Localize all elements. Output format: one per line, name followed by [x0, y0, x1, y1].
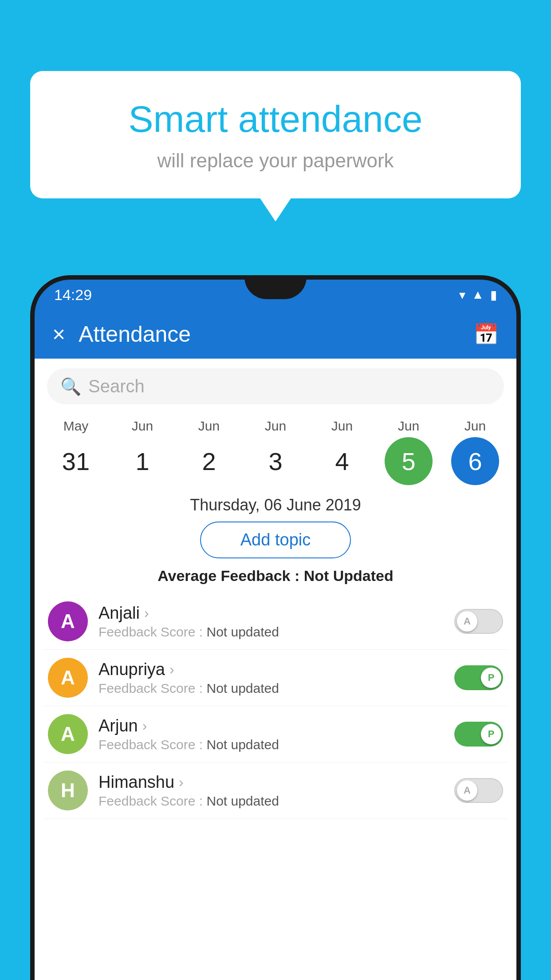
cal-date-label: 5 — [385, 437, 433, 485]
toggle-knob: P — [481, 668, 501, 688]
attendance-toggle[interactable]: P — [454, 722, 503, 747]
cal-month-label: Jun — [464, 419, 486, 434]
student-item[interactable]: AAnjali ›Feedback Score : Not updatedA — [43, 593, 508, 650]
search-placeholder: Search — [88, 376, 145, 396]
student-name: Himanshu › — [98, 773, 444, 792]
chevron-icon: › — [144, 605, 149, 621]
chevron-icon: › — [179, 774, 184, 790]
phone-inner: 14:29 ▾ ▲ ▮ × Attendance 📅 🔍 Search — [35, 280, 516, 980]
cal-month-label: Jun — [198, 419, 220, 434]
calendar-day[interactable]: Jun6 — [446, 419, 504, 485]
avatar: A — [48, 658, 88, 698]
feedback-score: Feedback Score : Not updated — [98, 624, 444, 640]
add-topic-button[interactable]: Add topic — [200, 522, 351, 558]
student-item[interactable]: AAnupriya ›Feedback Score : Not updatedP — [43, 650, 508, 706]
toggle-container[interactable]: A — [454, 778, 503, 803]
feedback-score: Feedback Score : Not updated — [98, 737, 444, 752]
cal-date-label: 1 — [118, 437, 166, 485]
signal-icon: ▲ — [472, 288, 484, 302]
cal-month-label: Jun — [265, 419, 286, 434]
avg-feedback-value: Not Updated — [304, 567, 394, 584]
student-name: Arjun › — [98, 716, 444, 735]
toggle-knob: A — [457, 780, 477, 801]
calendar-icon[interactable]: 📅 — [473, 322, 499, 346]
status-time: 14:29 — [54, 286, 92, 304]
cal-month-label: May — [63, 419, 89, 434]
toggle-container[interactable]: P — [454, 722, 503, 747]
calendar-strip: May31Jun1Jun2Jun3Jun4Jun5Jun6 — [35, 414, 516, 485]
avatar: H — [48, 771, 88, 810]
selected-date-label: Thursday, 06 June 2019 — [35, 485, 516, 522]
search-bar[interactable]: 🔍 Search — [47, 368, 504, 404]
speech-bubble: Smart attendance will replace your paper… — [30, 71, 521, 198]
student-list: AAnjali ›Feedback Score : Not updatedAAA… — [35, 593, 516, 819]
app-header: × Attendance 📅 — [35, 310, 516, 359]
toggle-knob: P — [481, 724, 501, 744]
calendar-day[interactable]: Jun5 — [380, 419, 437, 485]
cal-date-label: 6 — [451, 437, 499, 485]
speech-bubble-subtitle: will replace your paperwork — [57, 150, 494, 172]
student-info: Himanshu ›Feedback Score : Not updated — [98, 773, 444, 809]
cal-month-label: Jun — [132, 419, 153, 434]
close-button[interactable]: × — [52, 321, 65, 347]
app-title: Attendance — [79, 321, 191, 347]
calendar-day[interactable]: Jun1 — [114, 419, 171, 485]
attendance-toggle[interactable]: A — [454, 778, 503, 803]
cal-date-label: 2 — [185, 437, 233, 485]
toggle-container[interactable]: A — [454, 609, 503, 634]
calendar-day[interactable]: Jun2 — [180, 419, 238, 485]
student-info: Anjali ›Feedback Score : Not updated — [98, 604, 444, 640]
student-info: Anupriya ›Feedback Score : Not updated — [98, 660, 444, 696]
search-icon: 🔍 — [60, 377, 81, 396]
attendance-toggle[interactable]: A — [454, 609, 503, 634]
student-info: Arjun ›Feedback Score : Not updated — [98, 716, 444, 752]
cal-date-label: 4 — [318, 437, 366, 485]
header-left: × Attendance — [52, 321, 191, 347]
avatar: A — [48, 601, 88, 641]
calendar-day[interactable]: Jun3 — [247, 419, 304, 485]
average-feedback: Average Feedback : Not Updated — [35, 567, 516, 585]
screen-content: 🔍 Search May31Jun1Jun2Jun3Jun4Jun5Jun6 T… — [35, 359, 516, 980]
student-item[interactable]: HHimanshu ›Feedback Score : Not updatedA — [43, 763, 508, 819]
toggle-container[interactable]: P — [454, 665, 503, 690]
student-name: Anupriya › — [98, 660, 444, 679]
student-item[interactable]: AArjun ›Feedback Score : Not updatedP — [43, 706, 508, 763]
attendance-toggle[interactable]: P — [454, 665, 503, 690]
feedback-score: Feedback Score : Not updated — [98, 794, 444, 809]
chevron-icon: › — [169, 661, 174, 678]
battery-icon: ▮ — [490, 288, 497, 302]
speech-bubble-title: Smart attendance — [57, 98, 494, 141]
chevron-icon: › — [142, 718, 147, 734]
calendar-day[interactable]: Jun4 — [313, 419, 371, 485]
feedback-score: Feedback Score : Not updated — [98, 681, 444, 696]
cal-date-label: 31 — [52, 437, 100, 485]
cal-month-label: Jun — [398, 419, 419, 434]
cal-month-label: Jun — [331, 419, 353, 434]
calendar-day[interactable]: May31 — [47, 419, 105, 485]
toggle-knob: A — [457, 611, 477, 632]
phone-frame: 14:29 ▾ ▲ ▮ × Attendance 📅 🔍 Search — [30, 275, 521, 980]
status-icons: ▾ ▲ ▮ — [459, 288, 497, 302]
avg-feedback-label: Average Feedback : — [157, 567, 299, 584]
student-name: Anjali › — [98, 604, 444, 623]
avatar: A — [48, 714, 88, 754]
cal-date-label: 3 — [252, 437, 299, 485]
wifi-icon: ▾ — [459, 288, 465, 302]
